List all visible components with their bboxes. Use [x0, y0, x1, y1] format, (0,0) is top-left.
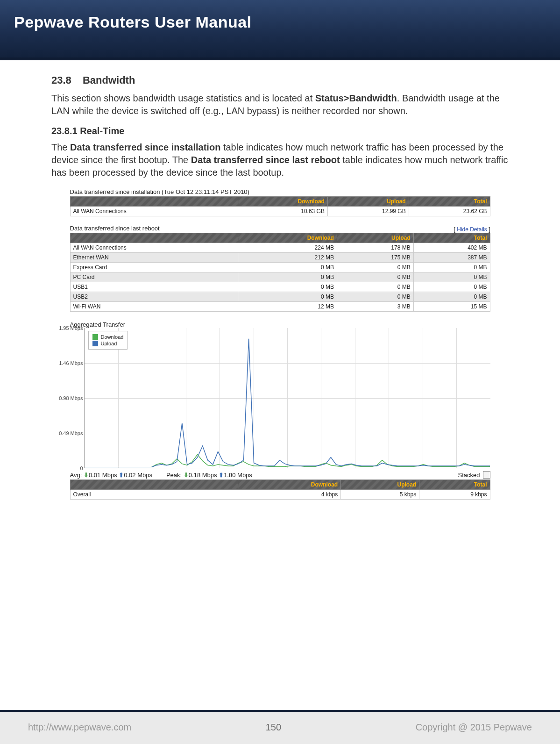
hide-details-link[interactable]: [ Hide Details ] [454, 226, 490, 233]
legend-swatch-upload [92, 341, 98, 346]
chart-plot-area: Download Upload [84, 328, 490, 468]
table-header-row: Download Upload Total [70, 197, 490, 207]
y-axis: 1.95 Mbps 1.46 Mbps 0.98 Mbps 0.49 Mbps … [51, 328, 84, 468]
chart-title: Aggregated Transfer [70, 321, 490, 328]
bandwidth-screenshot: Data transferred since installation (Tue… [70, 188, 490, 500]
install-table-caption: Data transferred since installation (Tue… [70, 188, 490, 195]
table-row: Overall 4 kbps 5 kbps 9 kbps [70, 490, 490, 500]
col-download: Download [238, 197, 328, 207]
overall-table: Download Upload Total Overall 4 kbps 5 k… [70, 479, 490, 500]
reboot-table-caption: Data transferred since last reboot [70, 225, 160, 232]
page-header: Pepwave Routers User Manual [0, 0, 560, 60]
subsection-paragraph: The Data transferred since installation … [51, 141, 509, 179]
legend-swatch-download [92, 334, 98, 340]
up-arrow-icon: ⬆ [119, 472, 124, 479]
table-row: USB20 MB0 MB0 MB [70, 292, 490, 302]
install-table: Download Upload Total All WAN Connection… [70, 196, 490, 216]
section-number: 23.8 [51, 74, 71, 86]
up-arrow-icon: ⬆ [219, 472, 224, 479]
table-row: Express Card0 MB0 MB0 MB [70, 263, 490, 272]
footer-page-number: 150 [266, 722, 281, 733]
table-row: All WAN Connections224 MB178 MB402 MB [70, 243, 490, 253]
footer-copyright: Copyright @ 2015 Pepwave [416, 722, 532, 733]
table-row: Ethernet WAN212 MB175 MB387 MB [70, 253, 490, 263]
section-heading: 23.8 Bandwidth [51, 74, 509, 86]
table-row: All WAN Connections 10.63 GB 12.99 GB 23… [70, 207, 490, 216]
page-footer: http://www.pepwave.com 150 Copyright @ 2… [0, 710, 560, 744]
stacked-checkbox[interactable] [483, 471, 490, 479]
reboot-table: Download Upload Total All WAN Connection… [70, 233, 490, 312]
document-title: Pepwave Routers User Manual [14, 13, 546, 31]
col-upload: Upload [327, 197, 409, 207]
section-title: Bandwidth [83, 74, 135, 86]
table-header-row: Download Upload Total [70, 233, 490, 243]
down-arrow-icon: ⬇ [84, 472, 89, 479]
chart-legend: Download Upload [88, 331, 128, 350]
down-arrow-icon: ⬇ [184, 472, 189, 479]
aggregated-transfer-chart: Aggregated Transfer 1.95 Mbps 1.46 Mbps … [70, 321, 490, 500]
col-empty [70, 197, 238, 207]
chart-lines [85, 328, 490, 467]
page-content: 23.8 Bandwidth This section shows bandwi… [0, 60, 560, 500]
subsection-heading: 23.8.1 Real-Time [51, 126, 509, 136]
chart-stats-row: Avg: ⬇0.01 Mbps ⬆0.02 Mbps Peak: ⬇0.18 M… [70, 471, 490, 479]
table-row: USB10 MB0 MB0 MB [70, 282, 490, 292]
table-row: PC Card0 MB0 MB0 MB [70, 272, 490, 282]
footer-url: http://www.pepwave.com [28, 722, 131, 733]
section-intro: This section shows bandwidth usage stati… [51, 92, 509, 117]
subsection-title: Real-Time [80, 126, 124, 136]
subsection-number: 23.8.1 [51, 126, 78, 136]
col-total: Total [409, 197, 490, 207]
table-row: Wi-Fi WAN12 MB3 MB15 MB [70, 302, 490, 312]
